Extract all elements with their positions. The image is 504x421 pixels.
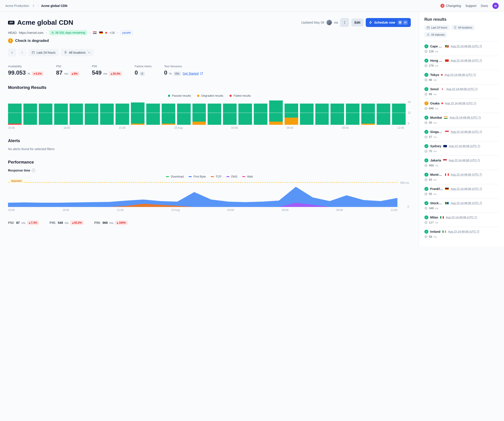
status-dot-icon [441, 74, 443, 76]
chart-bar[interactable] [70, 100, 83, 125]
chip-time[interactable]: Last 24 hours [424, 25, 450, 30]
run-item[interactable]: ✓ Cape Town Aug 23 14:49:06 (UTC-7) 128m… [424, 41, 499, 56]
run-city: Montreal [430, 173, 443, 176]
status-dot-icon [105, 32, 107, 34]
run-duration-value: 98 [429, 93, 432, 96]
flag-us-icon [93, 31, 97, 34]
chart-bar[interactable] [300, 100, 313, 125]
clock-icon [424, 150, 427, 153]
run-item[interactable]: ✓ Tokyo Aug 23 14:49:06 (UTC-7) 86ms [424, 70, 499, 84]
api-badge: API [8, 21, 14, 24]
run-timestamp[interactable]: Aug 23 14:49:06 (UTC-7) [444, 73, 476, 76]
chart-bar[interactable] [192, 100, 206, 125]
chart-bar[interactable] [330, 100, 344, 125]
chart-bar[interactable] [100, 100, 114, 125]
chart-bar[interactable] [162, 100, 175, 125]
check-icon: ✓ [424, 44, 428, 48]
schedule-button[interactable]: Schedule now ⌘ ↵ [366, 18, 411, 27]
user-avatar[interactable]: N [492, 3, 499, 9]
flag-id-icon [443, 159, 447, 162]
run-item[interactable]: ✓ Seoul Aug 23 14:49:06 (UTC-7) 98ms [424, 84, 499, 99]
edit-button[interactable]: Edit [351, 18, 363, 27]
chart-bar[interactable] [269, 100, 283, 125]
run-item[interactable]: ✓ Frankfurt Aug 23 14:49:06 (UTC-7) 55ms [424, 184, 499, 198]
chart-bar[interactable] [223, 100, 237, 125]
docs-link[interactable]: Docs [481, 4, 488, 8]
run-timestamp[interactable]: Aug 23 14:49:06 (UTC-7) [449, 145, 480, 148]
chart-bar[interactable] [8, 100, 22, 125]
run-timestamp[interactable]: Aug 23 14:49:06 (UTC-7) [450, 116, 481, 119]
run-timestamp[interactable]: Aug 23 14:49:06 (UTC-7) [451, 187, 482, 190]
chart-bar[interactable] [254, 100, 267, 125]
chart-bar[interactable] [346, 100, 360, 125]
breadcrumb-current[interactable]: Acme global CDN [41, 4, 67, 8]
chart-bar[interactable] [238, 100, 252, 125]
time-filter[interactable]: Last 24 hours [29, 49, 59, 56]
run-timestamp[interactable]: Aug 23 14:49:06 (UTC-7) [451, 202, 482, 205]
chart-bar[interactable] [131, 100, 144, 125]
run-item[interactable]: ✓ Sydney Aug 23 14:49:06 (UTC-7) 70ms [424, 141, 499, 156]
run-item[interactable]: ✓ Singapore Aug 23 14:49:06 (UTC-7) 57ms [424, 127, 499, 141]
breadcrumb-project[interactable]: Acme Production [5, 4, 29, 8]
extra-locations[interactable]: +19 [109, 31, 115, 35]
run-timestamp[interactable]: Aug 23 14:49:06 (UTC-7) [446, 216, 477, 219]
run-item[interactable]: ✓ Hong Kong Aug 23 14:49:06 (UTC-7) 279m… [424, 56, 499, 70]
info-icon[interactable]: ? [32, 169, 35, 172]
run-timestamp[interactable]: Aug 23 14:49:06 (UTC-7) [451, 173, 482, 176]
chart-bar[interactable] [146, 100, 160, 125]
chart-bar[interactable] [285, 100, 298, 125]
sidebar-title: Run results [424, 17, 499, 22]
monitoring-legend: Passed results Degraded results Failed r… [8, 94, 411, 97]
run-item[interactable]: ✓ Ireland Aug 23 14:49:06 (UTC-7) 58ms [424, 227, 499, 241]
run-timestamp[interactable]: Aug 23 14:49:06 (UTC-7) [451, 45, 482, 48]
run-item[interactable]: ✓ Jakarta Aug 23 14:49:06 (UTC-7) 469ms [424, 156, 499, 170]
chart-bar[interactable] [177, 100, 191, 125]
chart-bar[interactable] [85, 100, 98, 125]
support-link[interactable]: Support [465, 4, 476, 8]
run-timestamp[interactable]: Aug 23 14:49:06 (UTC-7) [449, 159, 480, 162]
run-timestamp[interactable]: Aug 23 14:49:06 (UTC-7) [445, 102, 476, 105]
run-item[interactable]: ✓ Montreal Aug 23 14:49:06 (UTC-7) 93ms [424, 170, 499, 184]
run-item[interactable]: ! Osaka Aug 23 14:49:06 (UTC-7) 646ms [424, 99, 499, 113]
run-timestamp[interactable]: Aug 23 14:49:06 (UTC-7) [446, 88, 477, 91]
more-button[interactable] [340, 18, 349, 27]
svg-point-0 [344, 21, 345, 22]
chart-bar[interactable] [392, 100, 406, 125]
check-icon: ✓ [424, 173, 428, 177]
degraded-threshold-label: degraded [10, 179, 23, 183]
run-item[interactable]: ✓ Stockholm Aug 23 14:49:06 (UTC-7) 349m… [424, 198, 499, 212]
chart-bar[interactable] [24, 100, 37, 125]
chart-bar[interactable] [377, 100, 390, 125]
chevron-right-icon [20, 51, 24, 54]
chart-bar[interactable] [361, 100, 375, 125]
svg-rect-4 [32, 52, 35, 54]
run-city: Seoul [430, 87, 439, 91]
delta-badge: ▴ 9% [70, 71, 79, 76]
check-url[interactable]: https://vercel.com [19, 31, 43, 35]
author-avatar[interactable] [326, 20, 332, 25]
get-started-link[interactable]: Get Started [183, 72, 203, 75]
alerts-title: Alerts [8, 138, 411, 143]
check-icon: ✓ [424, 73, 428, 77]
chart-bar[interactable] [39, 100, 52, 125]
prev-button[interactable] [8, 49, 16, 57]
changelog-link[interactable]: Changelog [446, 4, 461, 8]
run-timestamp[interactable]: Aug 23 14:49:06 (UTC-7) [448, 230, 479, 233]
chevron-updown-icon[interactable] [32, 4, 35, 7]
run-duration-value: 57 [429, 135, 432, 139]
run-item[interactable]: ✓ Mumbai Aug 23 14:49:06 (UTC-7) 55ms [424, 113, 499, 127]
run-timestamp[interactable]: Aug 23 14:49:06 (UTC-7) [451, 130, 482, 134]
chart-bar[interactable] [115, 100, 129, 125]
run-timestamp[interactable]: Aug 23 14:49:06 (UTC-7) [451, 59, 482, 62]
pin-icon [64, 51, 67, 54]
chart-bar[interactable] [54, 100, 68, 125]
chevron-down-icon [87, 51, 90, 54]
chevron-left-icon [10, 51, 14, 54]
next-button[interactable] [18, 49, 26, 57]
location-filter[interactable]: All locations [61, 49, 94, 56]
chip-statuses[interactable]: All statuses [424, 32, 447, 37]
chart-bar[interactable] [208, 100, 221, 125]
run-item[interactable]: ✓ Milan Aug 23 14:49:06 (UTC-7) 117ms [424, 212, 499, 227]
chip-locations[interactable]: All locations [451, 25, 474, 30]
chart-bar[interactable] [315, 100, 329, 125]
